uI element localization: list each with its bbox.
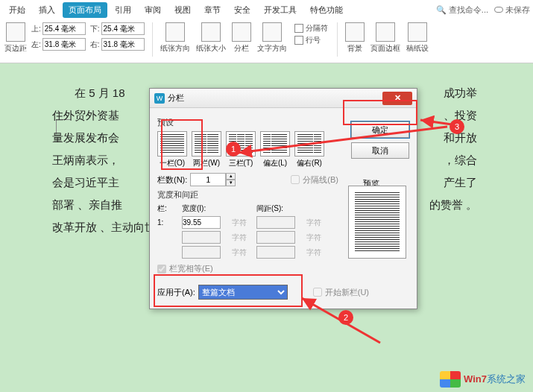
margins-label: 页边距 — [4, 43, 27, 54]
width-2-input — [182, 231, 221, 244]
apply-to-select[interactable]: 整篇文档 — [198, 285, 288, 300]
margin-bottom-label: 下: — [90, 24, 100, 34]
margin-right-input[interactable] — [101, 38, 145, 51]
new-column-label: 开始新栏(U) — [325, 287, 369, 298]
separator-line-label: 分隔线(B) — [303, 174, 338, 186]
preset-right[interactable]: 偏右(R) — [294, 131, 324, 168]
spacing-header: 间距(S): — [256, 203, 304, 214]
spacing-2-input — [256, 231, 295, 244]
tab-layout[interactable]: 页面布局 — [63, 2, 107, 18]
margin-left-input[interactable] — [42, 38, 86, 51]
unit-4: 字符 — [306, 233, 329, 243]
command-search[interactable]: 🔍 查找命令... — [436, 4, 488, 16]
preset-two[interactable]: 两栏(W) — [192, 131, 221, 168]
manuscript-icon[interactable] — [408, 22, 427, 42]
spin-down[interactable]: ▼ — [226, 180, 236, 186]
watermark: Win7系统之家 — [440, 371, 526, 388]
width-header: 宽度(I): — [182, 203, 230, 214]
spacing-1-input — [256, 216, 295, 229]
column-count-label: 栏数(N): — [157, 174, 187, 186]
unit-1: 字符 — [232, 218, 254, 228]
tab-feature[interactable]: 特色功能 — [304, 2, 349, 18]
dialog-app-icon: W — [154, 93, 165, 104]
cloud-icon — [494, 7, 503, 13]
unit-5: 字符 — [232, 247, 254, 258]
preset-one[interactable]: 一栏(O) — [157, 131, 187, 168]
papersize-icon[interactable] — [201, 22, 221, 42]
margin-top-input[interactable] — [42, 22, 86, 35]
columns-dialog: W 分栏 ✕ 预设 一栏(O) 两栏(W) 三栏(T) 偏左(L) 偏右(R) … — [149, 88, 417, 309]
columns-icon[interactable] — [232, 22, 251, 42]
tab-dev[interactable]: 开发工具 — [258, 2, 303, 18]
new-column-checkbox — [313, 288, 322, 297]
tab-ref[interactable]: 引用 — [109, 2, 137, 18]
separator-button[interactable]: 分隔符 — [293, 22, 329, 34]
separator-icon — [294, 24, 303, 33]
papersize-label: 纸张大小 — [196, 43, 226, 54]
textdir-label: 文字方向 — [257, 43, 287, 54]
cancel-button[interactable]: 取消 — [351, 142, 409, 159]
orientation-icon[interactable] — [165, 22, 185, 42]
width-3-input — [182, 246, 221, 259]
unit-2: 字符 — [306, 218, 329, 228]
watermark-logo-icon — [440, 371, 461, 388]
preset-left[interactable]: 偏左(L) — [260, 131, 290, 168]
margins-icon[interactable] — [6, 22, 25, 42]
unit-6: 字符 — [306, 247, 329, 258]
spin-up[interactable]: ▲ — [226, 173, 236, 180]
separator-line-checkbox — [291, 175, 300, 184]
linenum-button[interactable]: 行号 — [293, 34, 329, 46]
textdir-icon[interactable] — [262, 22, 282, 42]
dialog-title: 分栏 — [168, 92, 184, 104]
margin-top-label: 上: — [31, 24, 41, 34]
tab-insert[interactable]: 插入 — [33, 2, 61, 18]
tab-chapter[interactable]: 章节 — [198, 2, 227, 18]
preview-box — [348, 186, 406, 259]
pageborder-icon[interactable] — [376, 22, 395, 42]
callout-badge-3: 3 — [450, 119, 464, 134]
margin-bottom-input[interactable] — [101, 22, 145, 35]
unit-3: 字符 — [232, 233, 254, 243]
unsaved-indicator[interactable]: 未保存 — [494, 4, 530, 16]
callout-badge-1: 1 — [226, 142, 241, 157]
margin-right-label: 右: — [90, 39, 100, 50]
background-label: 背景 — [347, 43, 362, 54]
col-header: 栏: — [157, 203, 180, 214]
linenum-icon — [294, 36, 303, 45]
column-count-input[interactable] — [190, 173, 226, 186]
background-icon[interactable] — [345, 22, 365, 42]
tab-start[interactable]: 开始 — [3, 2, 31, 18]
tab-view[interactable]: 视图 — [168, 2, 197, 18]
col-1-label: 1: — [157, 218, 180, 227]
tab-security[interactable]: 安全 — [228, 2, 256, 18]
orientation-label: 纸张方向 — [160, 43, 190, 54]
equal-width-label: 栏宽相等(E) — [169, 263, 213, 274]
equal-width-checkbox — [157, 265, 166, 274]
apply-to-label: 应用于(A): — [157, 287, 195, 298]
width-1-input[interactable] — [182, 216, 221, 229]
columns-label: 分栏 — [234, 43, 249, 54]
tab-review[interactable]: 审阅 — [139, 2, 167, 18]
callout-badge-2: 2 — [338, 310, 353, 325]
manuscript-label: 稿纸设 — [406, 43, 429, 54]
spacing-3-input — [256, 246, 295, 259]
close-button[interactable]: ✕ — [382, 92, 412, 105]
pageborder-label: 页面边框 — [370, 43, 400, 54]
margin-left-label: 左: — [31, 39, 41, 50]
ok-button[interactable]: 确定 — [351, 121, 409, 138]
